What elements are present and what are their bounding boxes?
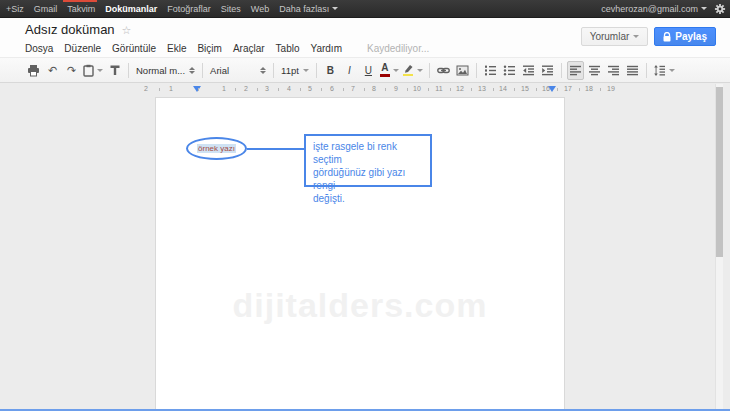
scrollbar-thumb[interactable] (716, 87, 723, 257)
google-services-nav: +Siz Gmail Takvim Dokümanlar Fotoğraflar… (0, 4, 338, 14)
google-docs-window: +Siz Gmail Takvim Dokümanlar Fotoğraflar… (0, 0, 730, 411)
ruler-tick (385, 88, 386, 91)
topbar-account-area: cevherozan@gmail.com (601, 0, 726, 17)
ruler-number: 7 (351, 85, 355, 92)
ruler-tick (321, 88, 322, 91)
annotation-connector-line (247, 148, 304, 150)
ruler-number: 17 (564, 85, 572, 92)
insert-image-icon[interactable] (455, 62, 470, 79)
star-icon[interactable]: ☆ (122, 24, 132, 37)
menu-file[interactable]: Dosya (25, 43, 53, 54)
menu-bar: Dosya Düzenle Görüntüle Ekle Biçim Araçl… (25, 43, 429, 54)
ruler-number: 19 (607, 85, 615, 92)
nav-documents[interactable]: Dokümanlar (105, 4, 157, 14)
chevron-down-icon (701, 7, 707, 10)
text-color-swatch (380, 74, 390, 77)
font-dropdown-value: Arial (210, 65, 229, 76)
account-menu[interactable]: cevherozan@gmail.com (601, 4, 707, 14)
web-clipboard-icon[interactable] (83, 62, 103, 79)
redo-icon[interactable]: ↷ (64, 62, 79, 79)
ruler-tick (159, 88, 160, 91)
ruler-number: 1 (169, 85, 173, 92)
comments-button[interactable]: Yorumlar (581, 27, 649, 46)
callout-line: değişti. (313, 192, 423, 205)
styles-dropdown[interactable]: Normal m... (133, 65, 198, 76)
line-spacing-button[interactable] (653, 62, 675, 79)
decrease-indent-icon[interactable] (521, 62, 536, 79)
ruler-number: 6 (330, 85, 334, 92)
menu-tools[interactable]: Araçlar (233, 43, 265, 54)
ruler-number: 4 (287, 85, 291, 92)
menu-insert[interactable]: Ekle (167, 43, 186, 54)
toolbar-separator (202, 63, 203, 78)
nav-photos[interactable]: Fotoğraflar (167, 4, 211, 14)
ruler-tick (579, 88, 580, 91)
numbered-list-icon[interactable] (483, 62, 498, 79)
underline-button[interactable]: U (361, 62, 376, 79)
ruler-tick (493, 88, 494, 91)
nav-plus-you[interactable]: +Siz (6, 4, 24, 14)
align-right-button[interactable] (606, 62, 621, 79)
toolbar-separator (646, 63, 647, 78)
document-page[interactable]: örnek yazı işte rasgele bi renk seçtim g… (155, 97, 565, 411)
menu-table[interactable]: Tablo (276, 43, 300, 54)
ruler-number: 2 (244, 85, 248, 92)
gear-icon[interactable] (714, 3, 726, 15)
ruler-tick (198, 88, 199, 91)
watermark: dijitalders.com (233, 286, 488, 325)
justify-button[interactable] (625, 62, 640, 79)
paint-format-icon[interactable] (107, 62, 122, 79)
ruler-number: 15 (521, 85, 529, 92)
dropdown-arrows-icon (189, 67, 195, 74)
header-actions: Yorumlar Paylaş (581, 27, 716, 46)
ruler-number: 9 (394, 85, 398, 92)
toolbar-separator (429, 63, 430, 78)
font-size-dropdown[interactable]: 11pt (278, 65, 312, 76)
nav-gmail[interactable]: Gmail (34, 4, 58, 14)
menu-help[interactable]: Yardım (310, 43, 342, 54)
ruler-tick (600, 88, 601, 91)
share-button[interactable]: Paylaş (654, 27, 716, 46)
chevron-down-icon (97, 69, 103, 72)
menu-format[interactable]: Biçim (197, 43, 221, 54)
save-status: Kaydediliyor... (367, 43, 429, 54)
callout-line: gördüğünüz gibi yazı rengi (313, 166, 423, 192)
highlight-color-button[interactable] (403, 62, 423, 79)
italic-button[interactable]: I (342, 62, 357, 79)
chevron-down-icon (332, 7, 338, 10)
text-color-button[interactable]: A (380, 62, 399, 79)
font-dropdown[interactable]: Arial (207, 65, 269, 76)
document-title[interactable]: Adsız doküman (25, 22, 115, 37)
ruler-number: 2 (144, 85, 148, 92)
lock-icon (663, 32, 671, 42)
bold-button[interactable]: B (323, 62, 338, 79)
ruler-tick (471, 88, 472, 91)
ruler[interactable]: 2112345678910111213141516171819 (140, 84, 660, 96)
nav-more-label: Daha fazlası (279, 4, 329, 14)
align-center-button[interactable] (587, 62, 602, 79)
print-icon[interactable] (26, 62, 41, 79)
nav-sites[interactable]: Sites (221, 4, 241, 14)
nav-web[interactable]: Web (251, 4, 269, 14)
increase-indent-icon[interactable] (540, 62, 555, 79)
annotation-ellipse: örnek yazı (186, 137, 247, 160)
undo-icon[interactable]: ↶ (45, 62, 60, 79)
vertical-scrollbar[interactable] (715, 84, 723, 411)
callout-line: işte rasgele bi renk seçtim (313, 140, 423, 166)
ruler-number: 18 (585, 85, 593, 92)
align-left-button[interactable] (567, 61, 584, 80)
ruler-tick (514, 88, 515, 91)
bulleted-list-icon[interactable] (502, 62, 517, 79)
nav-calendar[interactable]: Takvim (67, 4, 95, 14)
annotation-callout-box: işte rasgele bi renk seçtim gördüğünüz g… (304, 134, 432, 187)
selected-colored-text[interactable]: örnek yazı (197, 144, 236, 153)
ruler-number: 8 (372, 85, 376, 92)
chevron-down-icon (417, 69, 423, 72)
google-black-bar: +Siz Gmail Takvim Dokümanlar Fotoğraflar… (0, 0, 730, 18)
menu-edit[interactable]: Düzenle (64, 43, 101, 54)
chevron-down-icon (669, 69, 675, 72)
toolbar-separator (476, 63, 477, 78)
nav-more-menu[interactable]: Daha fazlası (279, 4, 338, 14)
menu-view[interactable]: Görüntüle (112, 43, 156, 54)
insert-link-icon[interactable] (436, 62, 451, 79)
